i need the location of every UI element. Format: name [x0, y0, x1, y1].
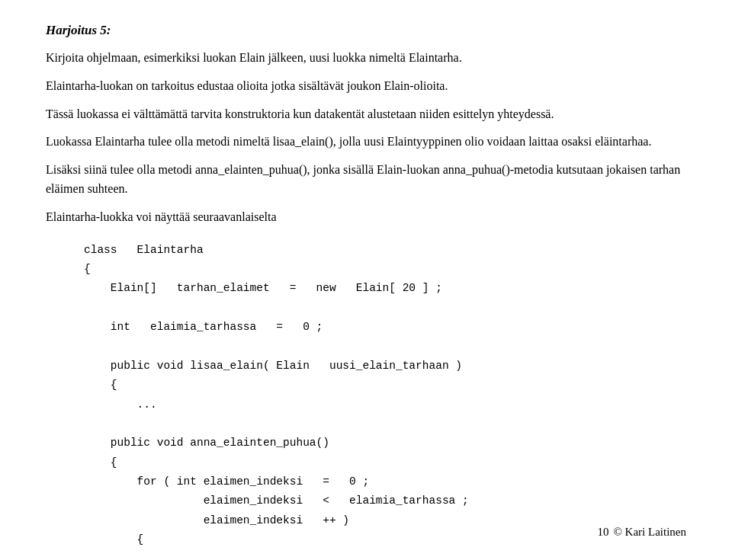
- footer-page-number: 10: [597, 526, 608, 539]
- code-line-17: ...: [84, 550, 686, 560]
- page-title: Harjoitus 5:: [46, 23, 686, 38]
- code-line-2: {: [84, 260, 686, 279]
- code-line-3: Elain[] tarhan_elaimet = new Elain[ 20 ]…: [84, 279, 686, 298]
- code-line-11: public void anna_elainten_puhua(): [84, 434, 686, 453]
- code-line-14: elaimen_indeksi < elaimia_tarhassa ;: [84, 491, 686, 510]
- paragraph-6: Elaintarha-luokka voi näyttää seuraavanl…: [46, 208, 686, 227]
- code-line-13: for ( int elaimen_indeksi = 0 ;: [84, 472, 686, 491]
- paragraph-1: Kirjoita ohjelmaan, esimerkiksi luokan E…: [46, 49, 686, 68]
- code-line-9: ...: [84, 395, 686, 414]
- code-line-15: elaimen_indeksi ++ ): [84, 511, 686, 530]
- paragraph-3: Tässä luokassa ei välttämättä tarvita ko…: [46, 105, 686, 124]
- code-line-12: {: [84, 453, 686, 472]
- code-line-7: public void lisaa_elain( Elain uusi_elai…: [84, 357, 686, 376]
- paragraph-4: Luokassa Elaintarha tulee olla metodi ni…: [46, 133, 686, 152]
- code-line-16: {: [84, 530, 686, 549]
- code-block: class Elaintarha { Elain[] tarhan_elaime…: [84, 241, 686, 560]
- code-line-1: class Elaintarha: [84, 241, 686, 260]
- code-line-4: [84, 299, 686, 318]
- code-line-5: int elaimia_tarhassa = 0 ;: [84, 318, 686, 337]
- code-line-6: [84, 337, 686, 356]
- code-line-8: {: [84, 376, 686, 395]
- footer: 10 © Kari Laitinen: [597, 526, 686, 539]
- paragraph-2: Elaintarha-luokan on tarkoitus edustaa o…: [46, 77, 686, 96]
- footer-copyright: © Kari Laitinen: [613, 526, 686, 539]
- code-line-10: [84, 414, 686, 434]
- paragraph-5: Lisäksi siinä tulee olla metodi anna_ela…: [46, 161, 686, 199]
